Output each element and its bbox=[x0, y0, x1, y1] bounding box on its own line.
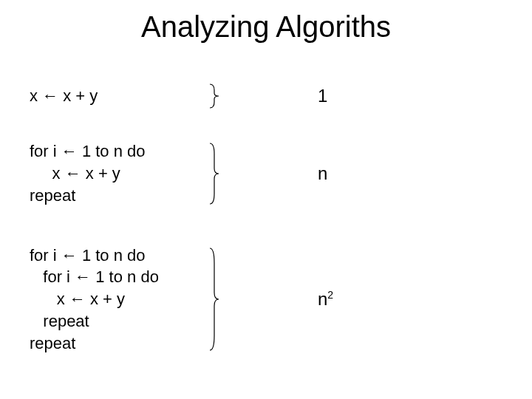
complexity-1: 1 bbox=[251, 86, 451, 106]
brace-icon bbox=[207, 244, 251, 355]
complexity-3: n2 bbox=[251, 289, 451, 310]
code-block-2: for i ← 1 to n do x ← x + y repeat bbox=[30, 140, 207, 206]
brace-icon bbox=[207, 140, 251, 207]
code-block-1: x ← x + y bbox=[30, 85, 207, 107]
block-3: for i ← 1 to n do for i ← 1 to n do x ← … bbox=[30, 240, 502, 358]
slide: Analyzing Algoriths x ← x + y 1 for i ← … bbox=[0, 0, 532, 399]
brace-icon bbox=[207, 83, 251, 109]
page-title: Analyzing Algoriths bbox=[0, 10, 532, 44]
complexity-3-base: n bbox=[318, 289, 327, 309]
block-2: for i ← 1 to n do x ← x + y repeat n bbox=[30, 137, 502, 211]
complexity-3-exp: 2 bbox=[327, 289, 333, 301]
block-1: x ← x + y 1 bbox=[30, 81, 502, 111]
complexity-2: n bbox=[251, 163, 451, 184]
code-block-3: for i ← 1 to n do for i ← 1 to n do x ← … bbox=[30, 245, 207, 354]
